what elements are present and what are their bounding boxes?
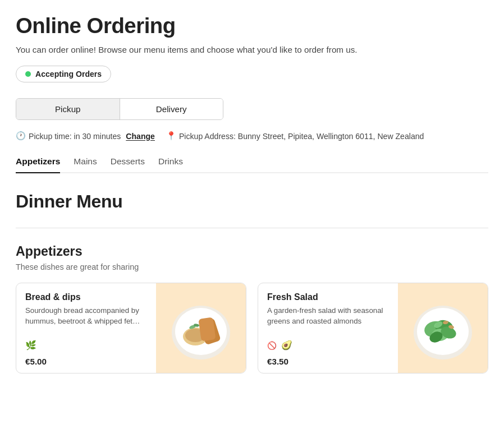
- card-content-fresh-salad: Fresh Salad A garden-fresh salad with se…: [258, 283, 398, 373]
- item-icons-bread-dips: [25, 339, 148, 351]
- tab-delivery[interactable]: Delivery: [120, 99, 223, 119]
- menu-category-tabs: Appetizers Mains Desserts Drinks: [16, 156, 488, 173]
- badge-label: Accepting Orders: [35, 70, 102, 79]
- page-title: Online Ordering: [16, 13, 488, 38]
- section-divider: [16, 228, 488, 228]
- item-image-bread-dips: [156, 283, 246, 373]
- clock-icon: 🕐: [16, 131, 26, 141]
- pickup-time-section: 🕐 Pickup time: in 30 minutes Change: [16, 131, 164, 141]
- page-subtitle: You can order online! Browse our menu it…: [16, 45, 488, 54]
- menu-section-title: Dinner Menu: [16, 191, 488, 212]
- item-name-fresh-salad: Fresh Salad: [267, 292, 390, 302]
- avocado-icon: [281, 339, 292, 351]
- item-price-fresh-salad: €3.50: [267, 357, 390, 366]
- no-gluten-icon: [267, 339, 277, 351]
- location-icon: 📍: [166, 131, 176, 141]
- pickup-address-section: 📍 Pickup Address: Bunny Street, Pipitea,…: [166, 131, 424, 141]
- item-icons-fresh-salad: [267, 339, 390, 351]
- item-name-bread-dips: Bread & dips: [25, 292, 148, 302]
- accepting-orders-badge: Accepting Orders: [16, 66, 111, 82]
- fresh-salad-svg: [404, 289, 482, 367]
- menu-items-grid: Bread & dips Sourdough bread accompanied…: [16, 283, 488, 374]
- tab-desserts[interactable]: Desserts: [111, 156, 145, 173]
- pickup-address-label: Pickup Address: Bunny Street, Pipitea, W…: [179, 132, 424, 141]
- item-description-bread-dips: Sourdough bread accompanied by hummus, b…: [25, 306, 148, 334]
- leaf-icon: [25, 339, 36, 351]
- tab-pickup[interactable]: Pickup: [16, 99, 120, 119]
- subsection-title: Appetizers: [16, 244, 488, 259]
- change-link[interactable]: Change: [126, 132, 155, 141]
- subsection-subtitle: These dishes are great for sharing: [16, 262, 488, 271]
- menu-item-bread-dips[interactable]: Bread & dips Sourdough bread accompanied…: [16, 283, 246, 374]
- svg-rect-5: [198, 317, 216, 341]
- pickup-time-label: Pickup time: in 30 minutes: [29, 132, 121, 141]
- tab-mains[interactable]: Mains: [74, 156, 97, 173]
- card-content-bread-dips: Bread & dips Sourdough bread accompanied…: [16, 283, 156, 373]
- tab-appetizers[interactable]: Appetizers: [16, 156, 60, 173]
- tab-drinks[interactable]: Drinks: [158, 156, 183, 173]
- bread-dips-svg: [162, 289, 240, 367]
- order-type-tabs: Pickup Delivery: [16, 98, 223, 120]
- status-dot: [25, 71, 31, 77]
- order-info-bar: 🕐 Pickup time: in 30 minutes Change 📍 Pi…: [16, 131, 488, 141]
- item-description-fresh-salad: A garden-fresh salad with seasonal green…: [267, 306, 390, 334]
- item-image-fresh-salad: [398, 283, 488, 373]
- item-price-bread-dips: €5.00: [25, 357, 148, 366]
- menu-item-fresh-salad[interactable]: Fresh Salad A garden-fresh salad with se…: [258, 283, 488, 374]
